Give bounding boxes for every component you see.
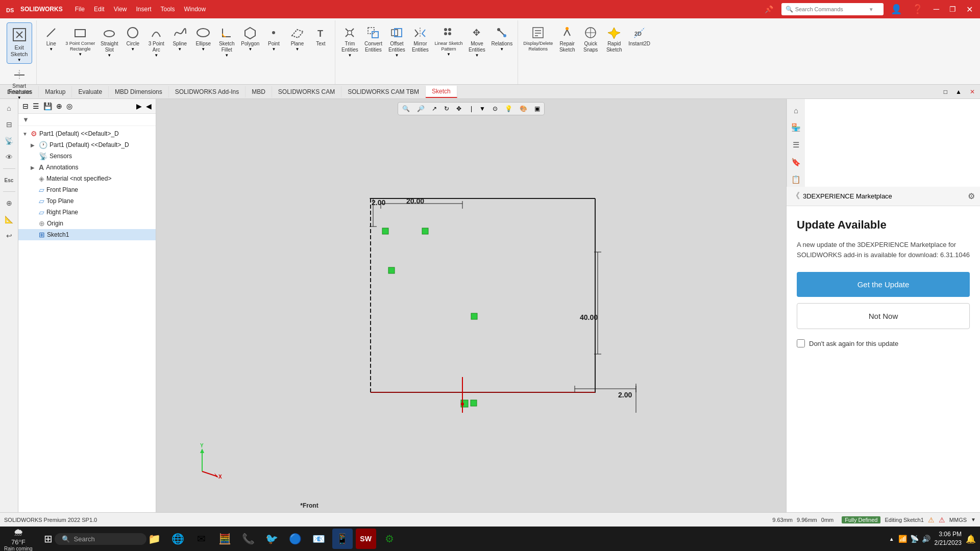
ribbon-restore-button[interactable]: □ (941, 87, 950, 96)
taskbar-solidworks[interactable]: SW (356, 529, 376, 549)
menu-edit[interactable]: Edit (90, 5, 109, 14)
tree-collapse-button[interactable]: ◀ (145, 101, 153, 111)
left-icon-home[interactable]: ⌂ (2, 101, 16, 115)
search-commands[interactable]: 🔍 ▼ (781, 3, 884, 15)
arc-button[interactable]: 3 PointArc ▼ (145, 22, 167, 59)
ribbon-minimize-button[interactable]: ▲ (952, 87, 965, 96)
left-icon-history[interactable]: ⊟ (2, 117, 16, 132)
tree-icon-list[interactable]: ☰ (32, 101, 40, 111)
tree-item-origin[interactable]: ▶ ⊕ Origin (18, 218, 156, 229)
left-icon-snap[interactable]: ⊕ (2, 196, 16, 210)
notification-button[interactable]: 🔔 (966, 534, 976, 544)
tab-evaluate[interactable]: Evaluate (72, 86, 109, 97)
expand-history[interactable]: ▶ (31, 142, 38, 148)
repair-sketch-button[interactable]: RepairSketch (556, 22, 578, 54)
taskbar-calculator[interactable]: 🧮 (215, 529, 235, 549)
tree-item-sketch1[interactable]: ▶ ⊞ Sketch1 (18, 229, 156, 240)
tab-solidworks-addins[interactable]: SOLIDWORKS Add-Ins (169, 86, 246, 97)
right-panel-settings-button[interactable]: ⚙ (968, 191, 975, 201)
rectangle-button[interactable]: 3 Point CornerRectangle ▼ (63, 22, 97, 58)
tree-item-annotations[interactable]: ▶ A Annotations (18, 162, 156, 173)
sketch-fillet-button[interactable]: SketchFillet ▼ (215, 22, 238, 59)
tab-solidworks-cam-tbm[interactable]: SOLIDWORKS CAM TBM (341, 86, 426, 97)
menu-view[interactable]: View (110, 5, 131, 14)
tab-sketch[interactable]: Sketch (426, 86, 457, 98)
move-entities-button[interactable]: ✥ MoveEntities ▼ (465, 22, 488, 59)
rp-nav-bookmark[interactable]: 🔖 (789, 155, 803, 169)
quick-snaps-button[interactable]: QuickSnaps (579, 22, 602, 54)
close-button[interactable]: ✕ (963, 4, 976, 15)
tab-markup[interactable]: Markup (39, 86, 72, 97)
pin-icon[interactable]: 📌 (765, 5, 773, 13)
taskbar-search[interactable]: 🔍 Search (60, 529, 141, 549)
left-icon-undo[interactable]: ↩ (2, 229, 16, 243)
tree-expand-button[interactable]: ▶ (135, 101, 143, 111)
tree-item-front-plane[interactable]: ▶ ▱ Front Plane (18, 184, 156, 195)
tree-icon-target[interactable]: ◎ (65, 101, 74, 111)
spline-button[interactable]: Spline ▼ (168, 22, 191, 53)
menu-insert[interactable]: Insert (132, 5, 156, 14)
display-delete-relations-button[interactable]: Display/DeleteRelations (521, 22, 555, 53)
exit-sketch-button[interactable]: ExitSketch ▼ (7, 22, 32, 64)
tree-item-material[interactable]: ▶ ◈ Material <not specified> (18, 173, 156, 184)
expand-part1[interactable]: ▼ (22, 131, 30, 137)
menu-tools[interactable]: Tools (157, 5, 179, 14)
convert-entities-button[interactable]: ConvertEntities (362, 22, 384, 54)
tree-icon-save[interactable]: 💾 (42, 101, 53, 111)
volume-icon[interactable]: 🔊 (922, 535, 930, 543)
restore-button[interactable]: ❐ (946, 4, 959, 14)
tray-icon-1[interactable]: 📶 (898, 535, 907, 543)
rp-nav-home[interactable]: ⌂ (789, 103, 803, 117)
taskbar-teams[interactable]: 📞 (238, 529, 259, 549)
polygon-button[interactable]: Polygon ▼ (239, 22, 261, 53)
get-update-button[interactable]: Get the Update (797, 272, 970, 297)
rp-nav-home2[interactable]: 🏪 (789, 120, 803, 135)
offset-entities-button[interactable]: OffsetEntities ▼ (385, 22, 408, 59)
tree-item-sensors[interactable]: ▶ 📡 Sensors (18, 151, 156, 162)
right-panel-chevron-button[interactable]: 《 (792, 191, 800, 202)
trim-entities-button[interactable]: TrimEntities ▼ (338, 22, 361, 59)
tree-icon-add[interactable]: ⊕ (55, 101, 63, 111)
dont-ask-label[interactable]: Don't ask again for this update (809, 340, 898, 347)
help-icon[interactable]: ❓ (909, 3, 926, 16)
circle-button[interactable]: Circle ▼ (121, 22, 144, 53)
tab-features[interactable]: Features (2, 86, 39, 97)
search-commands-input[interactable] (795, 6, 867, 12)
taskbar-file-explorer[interactable]: 📁 (144, 529, 165, 549)
tree-icon-filter[interactable]: ⊟ (21, 101, 30, 111)
menu-file[interactable]: File (71, 5, 89, 14)
rp-nav-list[interactable]: ☰ (789, 138, 803, 152)
time-display[interactable]: 3:06 PM 2/21/2023 (935, 530, 962, 547)
user-icon[interactable]: 👤 (888, 3, 905, 16)
wifi-icon[interactable]: 📡 (910, 535, 919, 543)
relations-button[interactable]: Relations ▼ (489, 22, 514, 53)
tab-solidworks-cam[interactable]: SOLIDWORKS CAM (272, 86, 341, 97)
text-button[interactable]: T Text (309, 22, 332, 48)
taskbar-outlook[interactable]: 📧 (309, 529, 329, 549)
tab-mbd-dimensions[interactable]: MBD Dimensions (109, 86, 169, 97)
not-now-button[interactable]: Not Now (797, 303, 970, 329)
point-button[interactable]: Point ▼ (262, 22, 285, 53)
search-dropdown-icon[interactable]: ▼ (869, 7, 874, 12)
left-icon-display[interactable]: 👁 (2, 150, 16, 164)
taskbar-search-box[interactable]: 🔍 Search (55, 533, 146, 545)
mirror-entities-button[interactable]: MirrorEntities (409, 22, 431, 54)
taskbar-cam[interactable]: ⚙ (379, 529, 400, 549)
left-icon-esc[interactable]: Esc (2, 173, 16, 187)
taskbar-phone[interactable]: 📱 (332, 529, 353, 549)
taskbar-edge[interactable]: 🌐 (168, 529, 188, 549)
left-icon-measure[interactable]: 📐 (2, 212, 16, 227)
dont-ask-checkbox[interactable] (797, 339, 805, 347)
taskbar-mail[interactable]: ✉ (191, 529, 212, 549)
tree-item-history[interactable]: ▶ 🕐 Part1 (Default) <<Default>_D (18, 139, 156, 151)
taskbar-twitter[interactable]: 🐦 (262, 529, 282, 549)
rp-nav-history[interactable]: 📋 (789, 172, 803, 187)
show-hidden-icon[interactable]: ▲ (889, 536, 894, 542)
tree-item-right-plane[interactable]: ▶ ▱ Right Plane (18, 207, 156, 218)
exit-sketch-dropdown[interactable]: ▼ (17, 58, 21, 62)
start-button[interactable]: ⊞ (40, 531, 57, 547)
tab-mbd[interactable]: MBD (246, 86, 272, 97)
line-button[interactable]: Line ▼ (40, 22, 62, 53)
taskbar-weather[interactable]: 🌧 76°F Rain coming (4, 527, 33, 552)
minimize-button[interactable]: ─ (930, 4, 942, 15)
